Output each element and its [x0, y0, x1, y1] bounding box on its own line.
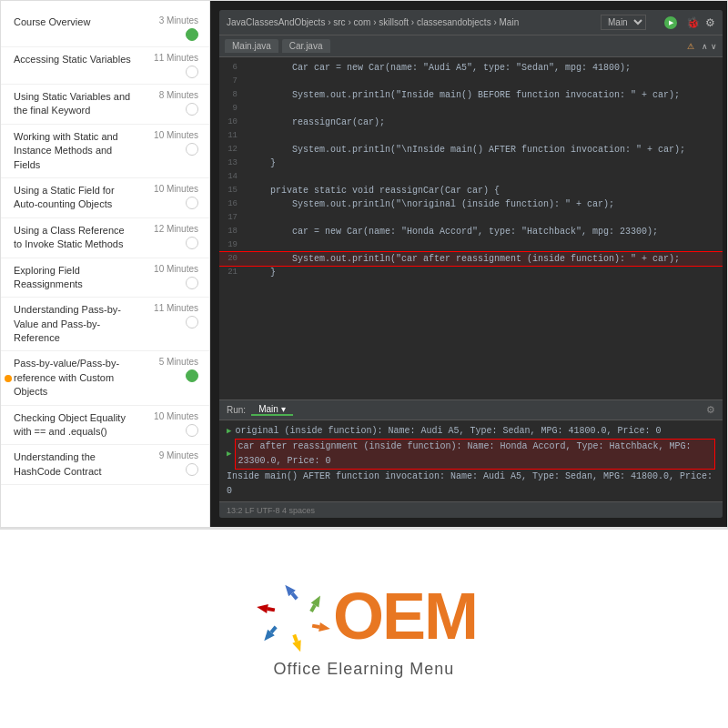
code-line: 13 }: [219, 157, 723, 170]
run-button[interactable]: [664, 16, 677, 29]
run-settings-icon[interactable]: ⚙: [706, 404, 715, 416]
sidebar-item-understanding-hashcode[interactable]: Understanding the HashCode Contract9 Min…: [1, 445, 209, 485]
run-highlighted-text: car after reassignment (inside function)…: [235, 439, 715, 470]
ide-toolbar: JavaClassesAndObjects › src › com › skil…: [219, 10, 723, 35]
line-number: 12: [219, 143, 245, 157]
line-number: 14: [219, 170, 245, 184]
sidebar-item-pass-by-value[interactable]: Pass-by-value/Pass-by-reference with Cus…: [1, 351, 209, 405]
status-dot: [186, 277, 198, 289]
line-content: System.out.println("\noriginal (inside f…: [245, 197, 614, 211]
sidebar-item-using-static-variables[interactable]: Using Static Variables and the final Key…: [1, 85, 209, 125]
run-text: Inside main() AFTER function invocation:…: [227, 470, 715, 499]
code-line: 8 System.out.println("Inside main() BEFO…: [219, 88, 723, 102]
sidebar-item-title: Course Overview: [14, 15, 135, 29]
sidebar-item-working-with-static[interactable]: Working with Static and Instance Methods…: [1, 125, 209, 178]
sidebar-item-duration: 3 Minutes: [159, 15, 198, 25]
status-dot: [186, 103, 198, 116]
line-content: }: [245, 157, 276, 170]
sidebar-item-title: Pass-by-value/Pass-by-reference with Cus…: [14, 357, 135, 399]
sidebar-item-using-class-reference[interactable]: Using a Class Reference to Invoke Static…: [1, 218, 209, 258]
status-dot: [186, 424, 198, 437]
line-content: }: [245, 266, 276, 279]
current-marker: [5, 375, 12, 382]
sidebar-item-duration: 5 Minutes: [159, 357, 198, 367]
run-tab-main[interactable]: Main ▾: [251, 404, 292, 416]
tab-car-java[interactable]: Car.java: [282, 39, 330, 53]
code-lines: 6 Car car = new Car(name: "Audi A5", typ…: [219, 57, 723, 283]
sidebar-item-course-overview[interactable]: Course Overview3 Minutes: [1, 10, 209, 47]
sidebar-item-exploring-field[interactable]: Exploring Field Reassignments10 Minutes: [1, 258, 209, 298]
sidebar-item-title: Understanding the HashCode Contract: [14, 450, 135, 479]
run-arrow-icon: ▶: [227, 424, 231, 439]
run-output-line: ▶car after reassignment (inside function…: [227, 439, 715, 470]
line-number: 7: [219, 75, 245, 88]
code-line: 17: [219, 211, 723, 225]
line-content: private static void reassignCar(Car car)…: [245, 184, 500, 197]
sidebar-item-understanding-pass[interactable]: Understanding Pass-by-Value and Pass-by-…: [1, 298, 209, 351]
bottom-branding: OEM Office Elearning Menu: [0, 528, 728, 728]
code-line: 20 System.out.println("car after reassig…: [219, 252, 723, 266]
debug-icon[interactable]: 🐞: [686, 16, 700, 29]
run-output: ▶original (inside function): Name: Audi …: [219, 420, 723, 501]
code-line: 21 }: [219, 266, 723, 279]
run-status-bar: 13:2 LF UTF-8 4 spaces: [219, 501, 723, 518]
sidebar-item-title: Accessing Static Variables: [14, 53, 135, 66]
ide-area: JavaClassesAndObjects › src › com › skil…: [210, 1, 727, 527]
status-dot: [186, 316, 198, 329]
code-line: 15 private static void reassignCar(Car c…: [219, 184, 723, 197]
main-dropdown[interactable]: Main: [601, 15, 646, 30]
sidebar-item-duration: 10 Minutes: [154, 411, 198, 421]
svg-marker-10: [256, 602, 268, 612]
code-line: 9: [219, 102, 723, 116]
line-number: 20: [219, 252, 245, 266]
code-line: 16 System.out.println("\noriginal (insid…: [219, 197, 723, 211]
run-output-line: Inside main() AFTER function invocation:…: [227, 470, 715, 499]
line-number: 15: [219, 184, 245, 197]
status-dot: [186, 237, 198, 249]
sidebar-item-title: Using a Class Reference to Invoke Static…: [14, 224, 135, 252]
sidebar-item-duration: 8 Minutes: [159, 90, 198, 100]
brand-container: OEM Office Elearning Menu: [251, 580, 477, 679]
line-content: car = new Car(name: "Honda Accord", type…: [245, 225, 658, 238]
main-container: Course Overview3 MinutesAccessing Static…: [0, 0, 728, 728]
brand-name: OEM: [333, 583, 477, 649]
status-dot: [186, 197, 198, 209]
sidebar-item-duration: 10 Minutes: [154, 184, 198, 194]
sidebar-item-using-static-field[interactable]: Using a Static Field for Auto-counting O…: [1, 178, 209, 218]
line-content: Car car = new Car(name: "Audi A5", type:…: [245, 61, 631, 75]
line-content: System.out.println("\nInside main() AFTE…: [245, 143, 685, 157]
ide-window: JavaClassesAndObjects › src › com › skil…: [219, 10, 723, 518]
code-line: 6 Car car = new Car(name: "Audi A5", typ…: [219, 61, 723, 75]
run-output-line: ▶original (inside function): Name: Audi …: [227, 424, 715, 439]
sidebar-item-duration: 11 Minutes: [154, 53, 198, 63]
status-dot: [186, 143, 198, 156]
line-number: 13: [219, 157, 245, 170]
sidebar-item-title: Using a Static Field for Auto-counting O…: [14, 184, 135, 212]
line-number: 8: [219, 88, 245, 102]
code-line: 14: [219, 170, 723, 184]
sidebar-item-title: Working with Static and Instance Methods…: [14, 130, 135, 172]
sidebar-item-title: Understanding Pass-by-Value and Pass-by-…: [14, 303, 135, 345]
sidebar-item-checking-object[interactable]: Checking Object Equality with == and .eq…: [1, 406, 209, 446]
sidebar-item-duration: 10 Minutes: [154, 130, 198, 140]
run-label: Run:: [227, 405, 246, 415]
settings-icon[interactable]: ⚙: [705, 16, 715, 29]
svg-rect-5: [312, 623, 320, 628]
line-number: 18: [219, 225, 245, 238]
oem-logo-icon: [251, 580, 333, 652]
status-dot: [186, 66, 198, 78]
sidebar-item-duration: 11 Minutes: [154, 303, 198, 313]
run-arrow-icon: ▶: [227, 447, 231, 461]
sidebar-item-accessing-static-variables[interactable]: Accessing Static Variables11 Minutes: [1, 47, 209, 85]
code-line: 10 reassignCar(car);: [219, 116, 723, 129]
course-sidebar: Course Overview3 MinutesAccessing Static…: [1, 1, 210, 527]
brand-top: OEM: [251, 580, 477, 652]
code-line: 7: [219, 75, 723, 88]
svg-marker-6: [292, 640, 305, 652]
line-number: 10: [219, 116, 245, 129]
tab-main-java[interactable]: Main.java: [225, 39, 278, 53]
line-number: 16: [219, 197, 245, 211]
sidebar-item-duration: 9 Minutes: [159, 450, 198, 460]
svg-rect-7: [292, 633, 298, 642]
status-bar-text: 13:2 LF UTF-8 4 spaces: [227, 506, 315, 515]
